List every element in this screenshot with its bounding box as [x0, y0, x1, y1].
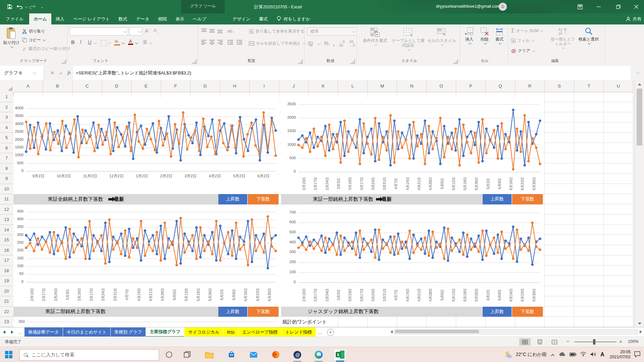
formula-input[interactable]: =SERIES("上昇率数",,トレンド統計関連!$AL$3:$FB$3,2) [73, 66, 631, 80]
chart-tse-all[interactable]: 400035003000250020001500100050009月2日10月2… [13, 97, 279, 194]
tab-数式[interactable]: 数式 [114, 13, 132, 24]
tell-me-search[interactable]: 何をしますか [272, 13, 315, 24]
row-header-2[interactable]: 2 [0, 102, 13, 113]
format-cells-button[interactable]: 書式 [492, 27, 506, 45]
minimize-button[interactable] [591, 0, 606, 13]
column-header-J[interactable]: J [279, 80, 309, 92]
sort-filter-button[interactable]: AZ 並べ替えとフィルター [550, 27, 576, 49]
format-as-table-dropdown-icon[interactable] [407, 47, 410, 51]
rising-count-button[interactable]: 上昇数 [483, 194, 512, 204]
copy-button[interactable]: コピー [22, 37, 45, 43]
customize-qat-icon[interactable]: ⌄ [37, 3, 47, 11]
vertical-scrollbar[interactable] [635, 80, 644, 327]
currency-dropdown-icon[interactable] [318, 42, 321, 45]
insert-function-icon[interactable]: fx [64, 66, 74, 80]
fill-button[interactable]: フィル [511, 38, 534, 44]
row-header-14[interactable]: 14 [0, 225, 13, 235]
row-header-19[interactable]: 19 [0, 276, 13, 286]
font-color-icon[interactable]: A [128, 39, 133, 45]
rising-count-button[interactable]: 上昇数 [218, 194, 247, 204]
wrap-text-button[interactable]: 折り返して全体を表示する [249, 28, 305, 34]
sheet-prev-icon[interactable] [0, 327, 8, 337]
phonetic-dropdown-icon[interactable] [149, 41, 152, 44]
column-header-K[interactable]: K [309, 80, 338, 92]
file-explorer-icon[interactable] [203, 349, 215, 360]
avatar[interactable]: D [499, 3, 507, 11]
zoom-in-icon[interactable]: + [619, 339, 622, 344]
page-layout-view-icon[interactable] [534, 338, 545, 346]
tab-データ[interactable]: データ [132, 13, 154, 24]
show-hidden-icons-chevron[interactable] [551, 352, 555, 357]
save-icon[interactable] [5, 3, 15, 11]
row-header-16[interactable]: 16 [0, 245, 13, 256]
task-view-icon[interactable] [181, 349, 193, 360]
column-header-G[interactable]: G [191, 80, 220, 92]
rising-count-button[interactable]: 上昇数 [483, 307, 512, 317]
sheet-tab-主要指標グラフ[interactable]: 主要指標グラフ [146, 327, 184, 337]
column-header-F[interactable]: F [161, 80, 191, 92]
delete-dropdown-icon[interactable] [483, 41, 487, 45]
falling-count-button[interactable]: 下落数 [512, 307, 543, 317]
orientation-icon[interactable]: ab⌄ [227, 28, 235, 34]
column-header-P[interactable]: P [456, 80, 486, 92]
column-header-R[interactable]: R [515, 80, 545, 92]
taskbar-clock[interactable]: 20:05 2021/07/02 [609, 350, 631, 360]
scroll-right-icon[interactable] [640, 330, 642, 334]
italic-button[interactable]: I [80, 39, 82, 45]
mail-at-icon[interactable]: @ [291, 349, 303, 360]
underline-dropdown-icon[interactable] [94, 41, 97, 44]
conditional-formatting-dropdown-icon[interactable] [374, 43, 377, 46]
firefox-icon[interactable] [270, 349, 282, 360]
insert-dropdown-icon[interactable] [468, 41, 471, 45]
ribbon-display-options-icon[interactable] [572, 0, 588, 13]
fill-dropdown-icon[interactable] [531, 39, 535, 42]
name-box[interactable]: グラフ 6 [0, 66, 44, 80]
tab-contextual-デザイン[interactable]: デザイン [228, 13, 255, 24]
account-email[interactable]: dryyourtearswithlove1@gmail.com [436, 4, 500, 9]
indent-icons[interactable] [227, 40, 242, 45]
windows-start-button[interactable] [3, 349, 15, 360]
rising-count-button[interactable]: 上昇数 [218, 307, 247, 317]
add-sheet-button[interactable]: + [327, 329, 334, 336]
horizontal-scroll-thumb[interactable] [395, 330, 479, 333]
find-select-dropdown-icon[interactable] [587, 41, 591, 45]
redo-icon[interactable] [27, 3, 37, 11]
sheet-overflow-left[interactable]: … [16, 327, 24, 337]
row-header-11[interactable]: 11 [0, 194, 13, 204]
tab-表示[interactable]: 表示 [171, 13, 189, 24]
falling-count-button[interactable]: 下落数 [248, 307, 278, 317]
decrease-font-icon[interactable]: A⌄ [154, 28, 159, 34]
zoom-slider-track[interactable] [574, 342, 616, 342]
formula-bar-expand-icon[interactable] [633, 66, 642, 80]
borders-icon[interactable] [101, 40, 107, 46]
page-break-view-icon[interactable] [549, 338, 560, 346]
tab-file[interactable]: ファイル [0, 13, 29, 24]
row-header-10[interactable]: 10 [0, 184, 13, 194]
statistical-one-point-cell[interactable]: 統計的ワンポイント [282, 319, 327, 325]
autosum-button[interactable]: Σ オート SUM [511, 28, 542, 34]
cortana-icon[interactable] [163, 349, 175, 360]
column-header-L[interactable]: L [338, 80, 368, 92]
sheet-tab-エンベロープ指標[interactable]: エンベロープ指標 [238, 327, 281, 337]
row-header-20[interactable]: 20 [0, 286, 13, 297]
row-header-1[interactable]: 1 [0, 92, 13, 102]
column-header-A[interactable]: A [13, 80, 43, 92]
sort-filter-dropdown-icon[interactable] [561, 46, 565, 49]
column-header-E[interactable]: E [131, 80, 161, 92]
format-as-table-button[interactable]: テーブルとして書式設定 [392, 27, 425, 51]
zoom-level[interactable]: 100% [628, 339, 639, 344]
tab-挿入[interactable]: 挿入 [51, 13, 69, 24]
borders-dropdown-icon[interactable] [108, 41, 111, 44]
row-header-13[interactable]: 13 [0, 215, 13, 225]
tab-ヘルプ[interactable]: ヘルプ [189, 13, 211, 24]
sheet-tab-RSI[interactable]: RSI [223, 327, 238, 337]
tab-ホーム[interactable]: ホーム [29, 13, 51, 24]
select-all-corner[interactable] [0, 80, 14, 92]
bold-button[interactable]: B [71, 39, 75, 45]
tab-ページ レイアウト[interactable]: ページ レイアウト [69, 13, 114, 24]
merge-center-button[interactable]: セルを結合して中央揃え [249, 41, 305, 46]
chart-jasdaq[interactable]: 70060050040030020010002月10日2月17日2月24日3月3… [281, 204, 543, 307]
normal-view-icon[interactable] [519, 338, 531, 346]
taskbar-search-input[interactable]: ここに入力して検索 [19, 349, 159, 361]
chart-tse-first[interactable]: 250020001500100050002月10日2月17日2月24日3月3日3… [281, 97, 543, 194]
